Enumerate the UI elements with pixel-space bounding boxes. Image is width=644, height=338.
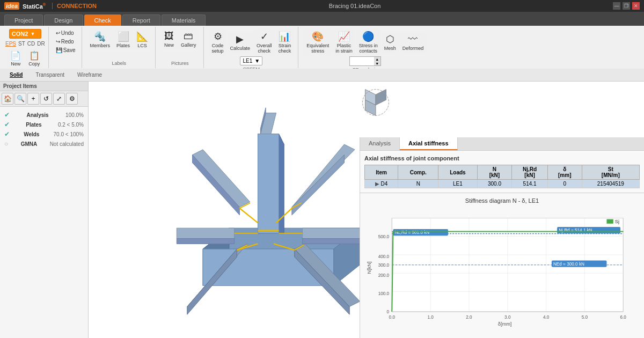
le1-dropdown[interactable]: LE1 ▼ (240, 56, 262, 65)
svg-text:500.0: 500.0 (378, 234, 390, 239)
svg-text:5.0: 5.0 (582, 315, 588, 320)
stress-contacts-button[interactable]: 🔵 Stress incontacts (356, 29, 380, 55)
row-loads: LE1 (438, 180, 477, 188)
copy-button[interactable]: 📋 Copy (26, 49, 42, 68)
calculate-button[interactable]: ▶ Calculate (228, 32, 253, 53)
right-panel: Analysis Axial stiffness Axial stiffness… (360, 137, 644, 338)
restore-button[interactable]: ❐ (623, 2, 630, 10)
save-label: Save (63, 47, 76, 53)
stress-contacts-icon: 🔵 (362, 31, 374, 42)
transparent-view-button[interactable]: Transparent (30, 71, 70, 79)
spin-up-button[interactable]: ▲ (374, 57, 380, 61)
connection-selector[interactable]: CON2 ▼ (9, 29, 41, 39)
le1-arrow-icon: ▼ (254, 58, 260, 64)
code-eps[interactable]: EPS (5, 41, 16, 47)
strain-check-label: Straincheck (279, 43, 291, 54)
redo-icon: ↪ (56, 39, 60, 45)
gmna-status-value: Not calculated (50, 141, 84, 147)
settings-project-button[interactable]: ⚙ (66, 93, 78, 105)
overall-check-button[interactable]: ✓ Overallcheck (254, 29, 275, 55)
search-button[interactable]: 🔍 (14, 93, 26, 105)
row-njrd: 514.1 (512, 180, 548, 188)
window-title: Bracing 01.ideaCon (97, 3, 613, 9)
svg-text:0.0: 0.0 (389, 315, 396, 320)
stiffness-section: Axial stiffness of joint component Item … (360, 151, 644, 193)
new-picture-button[interactable]: 🖼 New (161, 29, 177, 49)
stiffness-chart: Nc,Rd = 501.0 kN Nj,Rd = 514.1 kN NEd = … (364, 207, 640, 334)
expand-button[interactable]: ⤢ (53, 93, 65, 105)
svg-text:100.0: 100.0 (378, 291, 390, 296)
pictures-row: 🖼 New 🗃 Gallery (161, 29, 199, 49)
project-items-toolbar: 🏠 🔍 + ↺ ⤢ ⚙ (0, 91, 88, 107)
svg-text:Sj: Sj (615, 219, 619, 224)
undo-button[interactable]: ↩ Undo (53, 29, 78, 37)
home-button[interactable]: 🏠 (2, 93, 13, 105)
lcs-icon: 📐 (136, 31, 148, 42)
new-button[interactable]: 📄 New (8, 49, 24, 68)
equivalent-stress-button[interactable]: 🎨 Equivalentstress (304, 29, 332, 55)
col-header-njrd: Nj,Rd[kN] (512, 165, 548, 180)
strain-check-button[interactable]: 📊 Straincheck (276, 29, 294, 55)
save-button[interactable]: 💾 Save (53, 46, 78, 54)
wireframe-view-button[interactable]: Wireframe (72, 71, 107, 79)
svg-marker-20 (302, 239, 365, 244)
axial-stiffness-tab[interactable]: Axial stiffness (400, 137, 458, 150)
svg-text:0: 0 (387, 310, 390, 314)
close-button[interactable]: ✕ (632, 2, 640, 10)
copy-icon: 📋 (29, 50, 40, 61)
svg-text:300.0: 300.0 (378, 263, 390, 268)
minimize-button[interactable]: — (613, 2, 620, 10)
code-setup-button[interactable]: ⚙ Codesetup (209, 29, 226, 55)
plates-check-icon: ✔ (4, 121, 10, 128)
row-delta: 0 (547, 180, 582, 188)
value-spinbox[interactable]: 10.00 ▲ ▼ (349, 56, 381, 66)
add-button[interactable]: + (27, 93, 39, 105)
code-setup-icon: ⚙ (214, 31, 222, 42)
mesh-button[interactable]: ⬡ Mesh (382, 32, 399, 53)
gallery-button[interactable]: 🗃 Gallery (178, 29, 199, 49)
tab-check[interactable]: Check (84, 14, 121, 26)
lcs-button[interactable]: 📐 LCS (134, 29, 151, 50)
col-header-n: N[kN] (477, 165, 512, 180)
le1-label: LE1 (243, 58, 252, 64)
svg-line-22 (239, 208, 258, 223)
logo-statica: StatiCa® (23, 3, 46, 10)
deformed-button[interactable]: 〰 Deformed (400, 32, 427, 53)
members-button[interactable]: 🔩 Members (87, 29, 113, 50)
plates-button[interactable]: ⬜ Plates (114, 29, 133, 50)
svg-text:400.0: 400.0 (378, 254, 390, 259)
tab-report[interactable]: Report (122, 14, 160, 26)
labels-row: 🔩 Members ⬜ Plates 📐 LCS (87, 29, 151, 50)
title-bar: idea StatiCa® CONNECTION Bracing 01.idea… (0, 0, 644, 12)
col-header-delta: δ[mm] (547, 165, 582, 180)
tab-project[interactable]: Project (4, 14, 43, 26)
spinbox-input[interactable]: 10.00 (350, 58, 374, 65)
plates-status-label: Plates (26, 122, 41, 128)
window-controls: — ❐ ✕ (613, 2, 640, 10)
svg-marker-39 (376, 90, 386, 105)
tab-design[interactable]: Design (44, 14, 83, 26)
solid-view-button[interactable]: Solid (4, 71, 28, 79)
svg-rect-8 (258, 134, 279, 233)
code-row: EPS ST CD DR (5, 41, 45, 47)
plates-status-value: 0.2 < 5.0% (58, 122, 84, 128)
redo-button[interactable]: ↪ Redo (53, 38, 78, 46)
plates-label: Plates (116, 43, 130, 48)
code-st[interactable]: ST (18, 41, 25, 47)
code-dr[interactable]: DR (37, 41, 45, 47)
tab-materials[interactable]: Materials (162, 14, 206, 26)
deformed-icon: 〰 (408, 34, 418, 45)
overall-check-icon: ✓ (260, 31, 268, 42)
row-expand-button[interactable]: ▶ (375, 181, 379, 187)
analysis-tab[interactable]: Analysis (360, 137, 400, 150)
diagram-title: Stiffness diagram N - δ, LE1 (364, 197, 640, 204)
spin-down-button[interactable]: ▼ (374, 61, 380, 65)
viewport-toolbar: Solid Transparent Wireframe (0, 69, 644, 82)
refresh-button[interactable]: ↺ (40, 93, 52, 105)
gallery-icon: 🗃 (184, 31, 193, 42)
table-row[interactable]: ▶ D4 N LE1 300.0 514.1 0 215404519 (365, 180, 640, 188)
project-panel: Project Items 🏠 🔍 + ↺ ⤢ ⚙ ✔ Analysis 100… (0, 82, 89, 338)
svg-text:δ[mm]: δ[mm] (498, 321, 512, 327)
code-cd[interactable]: CD (27, 41, 35, 47)
plastic-strain-button[interactable]: 📈 Plasticin strain (333, 29, 355, 55)
